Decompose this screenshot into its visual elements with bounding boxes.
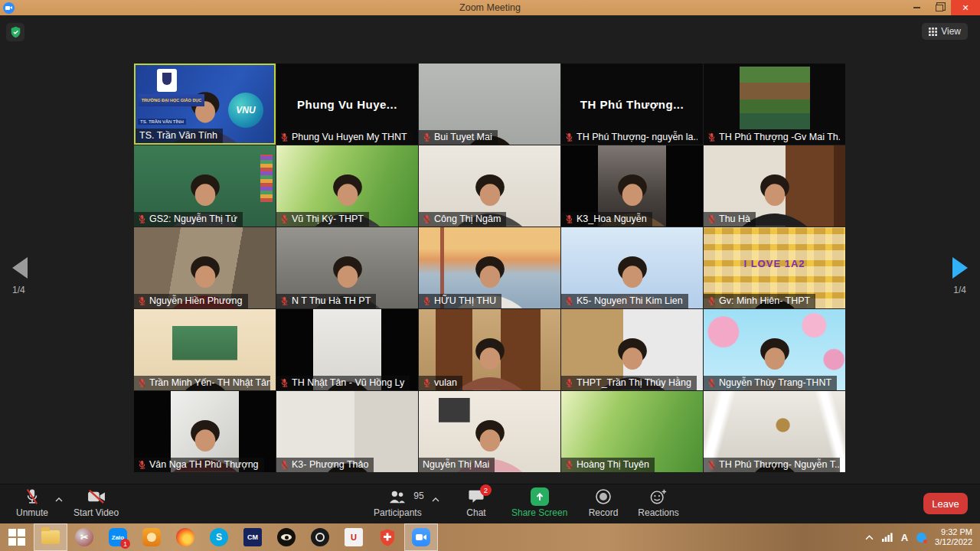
scissors-icon: ✂ (75, 528, 93, 546)
taskbar-item-unikey[interactable]: U (337, 523, 371, 551)
share-screen-button[interactable]: Share Screen (511, 488, 567, 518)
next-page-arrow[interactable] (952, 257, 968, 279)
participant-tile[interactable]: vulan (419, 309, 560, 390)
muted-mic-icon (280, 132, 289, 142)
grid-view-icon (929, 28, 937, 36)
system-tray: A 9:32 PM 3/12/2022 (865, 527, 980, 547)
participant-name: Vũ Thị Ký- THPT (292, 214, 364, 224)
university-banner-text: TRƯỜNG ĐẠI HỌC GIÁO DỤC (139, 94, 204, 106)
title-bar: Zoom Meeting (0, 0, 980, 15)
view-button[interactable]: View (922, 23, 968, 40)
taskbar-item-camera-app[interactable] (303, 523, 337, 551)
participant-tile[interactable]: HỮU THỊ THU (419, 227, 560, 308)
participant-name-tag: vulan (419, 376, 462, 390)
speaker-caption: TS. TRẦN VĂN TÍNH (138, 119, 186, 125)
page-indicator-right: 1/4 (953, 285, 966, 295)
taskbar-item-firefox[interactable] (168, 523, 202, 551)
participant-tile[interactable]: Công Thị Ngâm (419, 145, 560, 227)
participant-name-tag: Thu Hà (704, 212, 756, 227)
participant-tile[interactable]: Vân Nga TH Phú Thượng (134, 391, 276, 472)
participant-tile[interactable]: K3- Phương Thảo (276, 391, 418, 472)
participant-name: TH Phú Thượng- nguyễn la... (577, 132, 697, 142)
language-indicator[interactable]: A (901, 532, 908, 543)
taskbar-item-zalo[interactable]: Zalo1 (101, 523, 135, 551)
network-signal-icon[interactable] (882, 533, 893, 542)
participant-tile[interactable]: Nguyễn Thị Mai (419, 391, 560, 472)
game-icon (142, 528, 161, 546)
participant-name-tag: Hoàng Thị Tuyên (561, 458, 655, 472)
folder-icon (41, 530, 60, 544)
participant-tile[interactable]: Nguyễn Hiền Phương (134, 227, 276, 308)
participant-tile[interactable]: TH Phú Thượng- Nguyễn T... (704, 391, 845, 472)
participant-tile[interactable]: Phung Vu Huye... Phung Vu Huyen My THNT (276, 64, 418, 145)
chat-badge: 2 (480, 484, 492, 496)
taskbar-item-kids-game[interactable] (135, 523, 168, 551)
muted-mic-icon (423, 132, 431, 142)
participants-button[interactable]: 95 Participants (374, 488, 422, 518)
unmute-button[interactable]: Unmute (11, 488, 54, 518)
participants-options-chevron[interactable] (432, 497, 439, 502)
participant-name: Bui Tuyet Mai (434, 132, 492, 142)
start-video-button[interactable]: Start Video (74, 488, 119, 518)
participant-tile[interactable]: K5- Nguyen Thi Kim Lien (561, 227, 703, 308)
participant-name: N T Thu Hà TH PT (292, 295, 371, 306)
participant-tile[interactable]: Trần Minh Yến- TH Nhật Tân (134, 309, 276, 390)
previous-page-arrow[interactable] (12, 257, 28, 279)
participant-tile[interactable]: N T Thu Hà TH PT (276, 227, 418, 308)
participant-name: Vân Nga TH Phú Thượng (149, 459, 259, 470)
reactions-label: Reactions (638, 507, 678, 518)
record-label: Record (589, 507, 619, 518)
participant-tile[interactable]: TH Phú Thượng... TH Phú Thượng- nguyễn l… (561, 64, 703, 145)
participant-tile[interactable]: Bui Tuyet Mai (419, 64, 560, 145)
reactions-button[interactable]: Reactions (637, 488, 680, 518)
participant-tile[interactable]: Nguyễn Thùy Trang-THNT (704, 309, 845, 390)
audio-options-chevron[interactable] (55, 497, 63, 502)
messenger-tray-icon[interactable] (916, 533, 926, 543)
participant-name: Nguyễn Thị Mai (423, 459, 489, 470)
taskbar-item-snipping-tool[interactable]: ✂ (67, 523, 101, 551)
participant-name-tag: K5- Nguyen Thi Kim Lien (561, 294, 688, 308)
taskbar-item-start-button[interactable] (0, 523, 34, 551)
taskbar-item-skype[interactable]: S (202, 523, 236, 551)
taskbar-item-zoom-app[interactable] (404, 523, 438, 551)
participant-name: TH Phú Thượng- Nguyễn T... (719, 459, 840, 470)
chat-button[interactable]: 2 Chat (455, 488, 498, 518)
participant-tile[interactable]: Thu Hà (704, 145, 845, 227)
participant-name: TH Phú Thượng -Gv Mai Th... (719, 132, 840, 142)
taskbar-item-eye-app[interactable] (270, 523, 303, 551)
participant-name: K5- Nguyen Thi Kim Lien (577, 295, 683, 306)
antivirus-shield-icon (380, 529, 395, 546)
leave-button[interactable]: Leave (923, 493, 968, 514)
participant-tile[interactable]: TRƯỜNG ĐẠI HỌC GIÁO DỤC VNU TS. TRẦN VĂN… (134, 64, 276, 145)
taskbar-item-antivirus[interactable] (371, 523, 404, 551)
participant-name-tag: Vân Nga TH Phú Thượng (134, 458, 264, 472)
participant-tile[interactable]: THPT_Trần Thị Thúy Hằng (561, 309, 703, 390)
record-button[interactable]: Record (582, 488, 625, 518)
muted-mic-icon (138, 214, 146, 224)
participant-name-tag: Bui Tuyet Mai (419, 130, 498, 145)
participants-icon (387, 489, 407, 504)
security-shield-icon[interactable] (6, 23, 24, 41)
participant-tile[interactable]: TH Phú Thượng -Gv Mai Th... (704, 64, 845, 145)
participant-tile[interactable]: I LOVE 1A2 Gv: Minh Hiên- THPT (704, 227, 845, 308)
start-video-label: Start Video (74, 507, 119, 518)
taskbar-item-file-explorer[interactable] (34, 523, 67, 551)
participant-name-tag: TH Phú Thượng- Nguyễn T... (704, 458, 840, 472)
muted-mic-icon (24, 488, 40, 505)
muted-mic-icon (138, 296, 146, 306)
participant-name: Trần Minh Yến- TH Nhật Tân (149, 377, 270, 388)
participant-tile[interactable]: Vũ Thị Ký- THPT (276, 145, 418, 227)
muted-mic-icon (280, 296, 289, 306)
participant-name: TH Nhật Tân - Vũ Hồng Ly (292, 377, 404, 388)
taskbar-clock[interactable]: 9:32 PM 3/12/2022 (935, 527, 972, 547)
participant-tile[interactable]: GS2: Nguyễn Thị Tứ (134, 145, 276, 227)
firefox-icon (176, 528, 194, 546)
participant-tile[interactable]: TH Nhật Tân - Vũ Hồng Ly (276, 309, 418, 390)
participant-tile[interactable]: K3_Hoa Nguyễn (561, 145, 703, 227)
university-logo (157, 69, 177, 92)
tray-expand-chevron[interactable] (865, 535, 874, 540)
participant-tile[interactable]: Hoàng Thị Tuyên (561, 391, 703, 472)
taskbar-item-camtasia[interactable]: CM (236, 523, 270, 551)
participant-name: K3- Phương Thảo (292, 459, 368, 470)
meeting-toolbar: Unmute Start Video (0, 484, 980, 523)
